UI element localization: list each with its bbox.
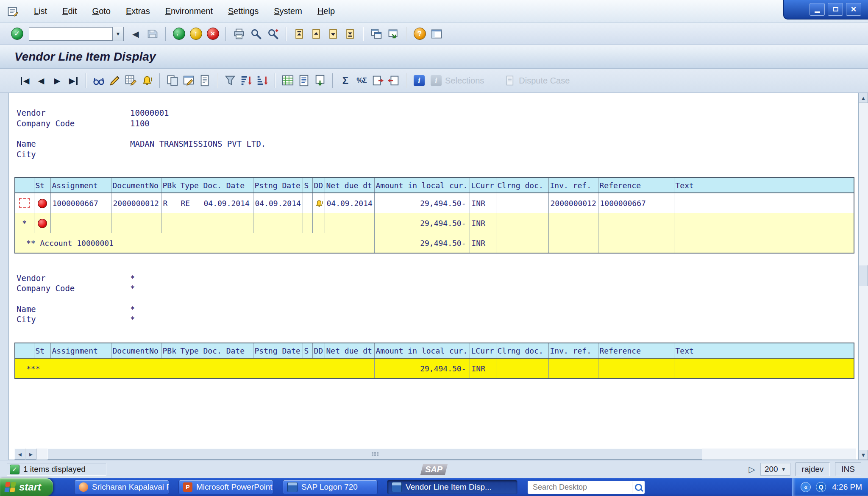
col-s-header[interactable]: S (303, 343, 312, 358)
subtotal-empty-cell[interactable] (674, 213, 854, 233)
subtotal-empty-cell[interactable] (161, 213, 179, 233)
first-page-button[interactable] (292, 26, 307, 42)
col-assignment-header[interactable]: Assignment (50, 178, 111, 193)
taskbar-item-sap-logon[interactable]: SAP Logon 720 (283, 480, 378, 494)
account-empty-cell[interactable] (496, 233, 548, 254)
menu-environment[interactable]: Environment (158, 4, 220, 19)
col-invref-header[interactable]: Inv. ref. (548, 343, 598, 358)
system-menu-icon[interactable] (7, 5, 19, 18)
find-button[interactable] (248, 26, 264, 42)
menu-edit[interactable]: Edit (55, 4, 84, 19)
col-reference-header[interactable]: Reference (598, 178, 674, 193)
col-s-header[interactable]: S (303, 178, 312, 193)
total-button[interactable]: Σ (338, 73, 353, 88)
scroll-right-button[interactable]: ▶ (25, 449, 36, 460)
col-text-header[interactable]: Text (674, 178, 854, 193)
menu-list[interactable]: List (26, 4, 55, 19)
col-type-header[interactable]: Type (179, 178, 202, 193)
pbk-cell[interactable]: R (161, 193, 179, 213)
scrollbar-track[interactable] (36, 449, 856, 460)
change-document-button[interactable] (108, 73, 122, 88)
amount-cell[interactable]: 29,494.50- (374, 193, 470, 213)
netduedt-cell[interactable]: 04.09.2014 (325, 193, 374, 213)
col-amount-header[interactable]: Amount in local cur. (374, 343, 470, 358)
lcurr-cell[interactable]: INR (470, 193, 496, 213)
docdate-cell[interactable]: 04.09.2014 (202, 193, 253, 213)
grand-total-amount-cell[interactable]: 29,494.50- (374, 358, 470, 379)
menu-extras[interactable]: Extras (118, 4, 158, 19)
col-lcurr-header[interactable]: LCurr (470, 178, 496, 193)
grand-empty-cell[interactable] (598, 358, 674, 379)
scroll-down-button[interactable]: ▼ (859, 450, 868, 460)
previous-item-button[interactable]: ◀ (34, 73, 48, 88)
subtotal-empty-cell[interactable] (253, 213, 303, 233)
sort-descending-button[interactable] (255, 73, 270, 88)
subtotal-button[interactable]: %Σ (354, 73, 369, 88)
col-select-header[interactable] (15, 343, 34, 358)
subtotal-empty-cell[interactable] (325, 213, 374, 233)
find-next-button[interactable] (265, 26, 281, 42)
dd-cell[interactable] (312, 193, 325, 213)
sort-ascending-button[interactable] (239, 73, 253, 88)
desktop-search-button[interactable] (632, 482, 645, 493)
type-cell[interactable]: RE (179, 193, 202, 213)
enter-button[interactable]: ✓ (9, 26, 25, 42)
col-docdate-header[interactable]: Doc. Date (202, 343, 253, 358)
customize-layout-button[interactable] (429, 26, 444, 42)
col-documentno-header[interactable]: DocumentNo (111, 178, 161, 193)
col-pbk-header[interactable]: PBk (161, 343, 179, 358)
col-type-header[interactable]: Type (179, 343, 202, 358)
s-cell[interactable] (303, 193, 312, 213)
start-button[interactable]: start (0, 478, 53, 496)
col-pstngdate-header[interactable]: Pstng Date (253, 178, 303, 193)
account-total-lcurr-cell[interactable]: INR (470, 233, 496, 254)
save-button[interactable] (145, 26, 160, 42)
scroll-up-button[interactable]: ▲ (859, 93, 868, 103)
back-button[interactable]: ← (171, 26, 186, 42)
col-invref-header[interactable]: Inv. ref. (548, 178, 598, 193)
subtotal-lcurr-cell[interactable]: INR (470, 213, 496, 233)
col-dd-header[interactable]: DD (312, 343, 325, 358)
grand-empty-cell[interactable] (496, 358, 548, 379)
dispute-case-button[interactable]: Dispute Case (504, 75, 570, 86)
menu-help[interactable]: Help (310, 4, 342, 19)
close-button[interactable]: × (846, 3, 861, 16)
taskbar-item-powerpoint[interactable]: P Microsoft PowerPoint ... (178, 480, 273, 494)
pstngdate-cell[interactable]: 04.09.2014 (253, 193, 303, 213)
scrollbar-thumb[interactable] (859, 265, 868, 286)
subtotal-empty-cell[interactable] (496, 213, 548, 233)
account-empty-cell[interactable] (598, 233, 674, 254)
new-session-button[interactable] (369, 26, 384, 42)
help-button[interactable]: ? (412, 26, 427, 42)
col-clrngdoc-header[interactable]: Clrng doc. (496, 343, 548, 358)
restore-button[interactable] (828, 3, 843, 16)
taskbar-clock[interactable]: 4:26 PM (832, 482, 862, 492)
page-size-select[interactable]: 200 ▼ (760, 463, 790, 476)
subtotal-empty-cell[interactable] (179, 213, 202, 233)
menu-goto[interactable]: Goto (85, 4, 118, 19)
col-st-header[interactable]: St (34, 343, 50, 358)
menu-system[interactable]: System (266, 4, 310, 19)
scroll-left-button[interactable]: ◀ (14, 449, 25, 460)
col-pbk-header[interactable]: PBk (161, 178, 179, 193)
grand-empty-cell[interactable] (674, 358, 854, 379)
next-item-button[interactable]: ▶ (50, 73, 64, 88)
subtotal-empty-cell[interactable] (50, 213, 111, 233)
col-documentno-header[interactable]: DocumentNo (111, 343, 161, 358)
subtotal-amount-cell[interactable]: 29,494.50- (374, 213, 470, 233)
next-page-button[interactable] (326, 26, 341, 42)
expand-button[interactable] (370, 73, 385, 88)
desktop-search-input[interactable] (532, 482, 632, 492)
last-item-button[interactable]: ▶ (66, 73, 81, 88)
document-info-button[interactable]: i (412, 73, 426, 88)
hide-command-field-button[interactable]: ◀ (128, 26, 143, 42)
col-lcurr-header[interactable]: LCurr (470, 343, 496, 358)
account-total-label-cell[interactable]: ** Account 10000001 (15, 233, 374, 254)
local-file-button[interactable] (313, 73, 327, 88)
print-button[interactable] (231, 26, 247, 42)
col-st-header[interactable]: St (34, 178, 50, 193)
status-cell[interactable] (34, 193, 50, 213)
col-assignment-header[interactable]: Assignment (50, 343, 111, 358)
reference-cell[interactable]: 1000000667 (598, 193, 674, 213)
set-filter-button[interactable] (223, 73, 237, 88)
